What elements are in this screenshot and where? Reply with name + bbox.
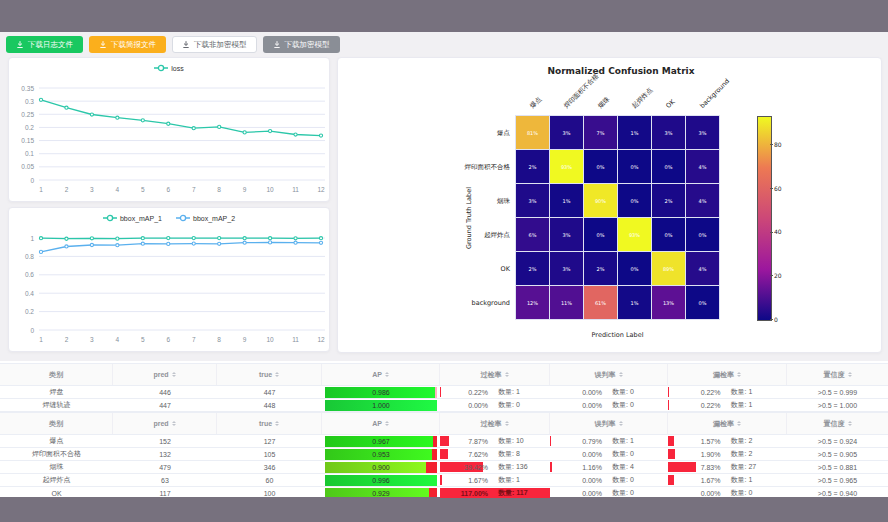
column-header-label: pred (153, 371, 168, 378)
table-row: 焊印面积不合格1321050.9537.62%数量: 80.00%数量: 01.… (0, 448, 888, 461)
download-button-label: 下载日志文件 (28, 40, 73, 50)
matrix-cell: 89% (652, 252, 685, 285)
cell-pred: 446 (113, 386, 217, 398)
column-header[interactable]: AP (322, 364, 440, 385)
download-button-1[interactable]: 下载日志文件 (6, 36, 83, 53)
cell-miss: 1.67%数量: 1 (668, 474, 787, 486)
sort-icon[interactable] (172, 421, 176, 426)
sort-icon[interactable] (172, 372, 176, 377)
confusion-matrix-card: Normalized Confusion Matrix 81%3%7%1%3%3… (337, 57, 882, 353)
column-header[interactable]: 置信度 (787, 413, 888, 434)
matrix-cell: 0% (686, 218, 719, 251)
cell-ap: 0.996 (322, 474, 440, 486)
svg-text:0.2: 0.2 (25, 124, 34, 131)
colorbar-tick-mark (770, 319, 773, 320)
sort-icon[interactable] (275, 372, 279, 377)
column-header-label: 漏检率 (713, 370, 734, 380)
svg-text:10: 10 (266, 336, 274, 343)
cell-truth: 105 (217, 448, 322, 460)
table-row: 起焊炸点63600.9961.67%数量: 10.00%数量: 01.67%数量… (0, 474, 888, 487)
sort-icon[interactable] (505, 421, 509, 426)
matrix-cell: 2% (516, 252, 549, 285)
svg-text:0.1: 0.1 (25, 150, 34, 157)
cell-over: 7.87%数量: 10 (440, 435, 550, 447)
svg-text:11: 11 (292, 336, 299, 343)
cell-miss: 1.90%数量: 2 (668, 448, 787, 460)
column-header[interactable]: 过检率 (440, 364, 550, 385)
cell-ap: 1.000 (322, 399, 440, 411)
matrix-cell: 7% (584, 116, 617, 149)
sort-icon[interactable] (385, 372, 389, 377)
column-header-label: 误判率 (595, 419, 616, 429)
column-header[interactable]: AP (322, 413, 440, 434)
colorbar-tick-mark (770, 188, 773, 189)
matrix-cell: 0% (618, 184, 651, 217)
svg-text:1: 1 (39, 186, 43, 193)
matrix-cell: 93% (550, 150, 583, 183)
column-header-label: AP (372, 420, 382, 427)
cell-mis: 0.00%数量: 0 (550, 474, 668, 486)
matrix-cell: 3% (550, 218, 583, 251)
cell-mis: 0.79%数量: 1 (550, 435, 668, 447)
column-header[interactable]: 误判率 (550, 413, 668, 434)
download-button-2[interactable]: 下载简报文件 (89, 36, 166, 53)
column-header[interactable]: true (217, 413, 322, 434)
sort-icon[interactable] (848, 421, 852, 426)
svg-text:0.25: 0.25 (21, 111, 34, 118)
matrix-cell: 2% (652, 184, 685, 217)
cell-pred: 152 (113, 435, 217, 447)
matrix-row-label: 烟珠 (398, 197, 510, 206)
svg-text:0: 0 (30, 177, 34, 184)
column-header-label: 漏检率 (713, 419, 734, 429)
sort-icon[interactable] (505, 372, 509, 377)
matrix-column-label: 焊印面积不合格 (562, 72, 600, 110)
svg-text:1: 1 (30, 235, 34, 242)
loss-chart-card: loss 00.050.10.150.20.250.30.35123456789… (8, 57, 330, 202)
cell-mis: 0.00%数量: 0 (550, 448, 668, 460)
sort-icon[interactable] (619, 372, 623, 377)
column-header[interactable]: 置信度 (787, 364, 888, 385)
svg-text:0.6: 0.6 (25, 271, 34, 278)
svg-text:4: 4 (116, 336, 120, 343)
column-header-label: 过检率 (481, 370, 502, 380)
download-button-3[interactable]: 下载非加密模型 (172, 36, 257, 53)
column-header[interactable]: 误判率 (550, 364, 668, 385)
column-header[interactable]: pred (113, 364, 217, 385)
cell-conf: >0.5 = 0.924 (787, 435, 888, 447)
column-header[interactable]: 过检率 (440, 413, 550, 434)
sort-icon[interactable] (848, 372, 852, 377)
bbox-map-chart-card: bbox_mAP_1bbox_mAP_2 00.20.40.60.8112345… (8, 207, 330, 352)
sort-icon[interactable] (275, 421, 279, 426)
matrix-cell: 12% (516, 286, 549, 319)
colorbar-tick: 60 (774, 185, 782, 192)
table-row: 爆点1521270.9677.87%数量: 100.79%数量: 11.57%数… (0, 435, 888, 448)
sort-icon[interactable] (619, 421, 623, 426)
column-header[interactable]: true (217, 364, 322, 385)
colorbar-tick-mark (770, 144, 773, 145)
svg-text:11: 11 (292, 186, 299, 193)
download-icon (273, 40, 281, 49)
cell-over: 1.67%数量: 1 (440, 474, 550, 486)
column-header[interactable]: 漏检率 (668, 413, 787, 434)
column-header[interactable]: 漏检率 (668, 364, 787, 385)
svg-text:4: 4 (116, 186, 120, 193)
mis-rate-bar (550, 436, 551, 446)
column-header[interactable]: pred (113, 413, 217, 434)
cell-conf: >0.5 = 0.965 (787, 474, 888, 486)
download-button-label: 下载非加密模型 (194, 40, 247, 50)
column-header-label: pred (153, 420, 168, 427)
matrix-row-label: 焊印面积不合格 (398, 163, 510, 172)
matrix-cell: 4% (686, 150, 719, 183)
matrix-column-label: 爆点 (528, 95, 543, 110)
bbox-map-line-chart: 00.20.40.60.81123456789101112 (9, 208, 331, 353)
sort-icon[interactable] (737, 372, 741, 377)
sort-icon[interactable] (385, 421, 389, 426)
cell-conf: >0.5 = 0.881 (787, 461, 888, 473)
colorbar-tick-mark (770, 275, 773, 276)
cell-cls: 烟珠 (0, 461, 113, 473)
matrix-column-label: 烟珠 (596, 95, 611, 110)
sort-icon[interactable] (737, 421, 741, 426)
cell-pred: 132 (113, 448, 217, 460)
download-button-4[interactable]: 下载加密模型 (263, 36, 340, 53)
matrix-cell: 0% (618, 150, 651, 183)
